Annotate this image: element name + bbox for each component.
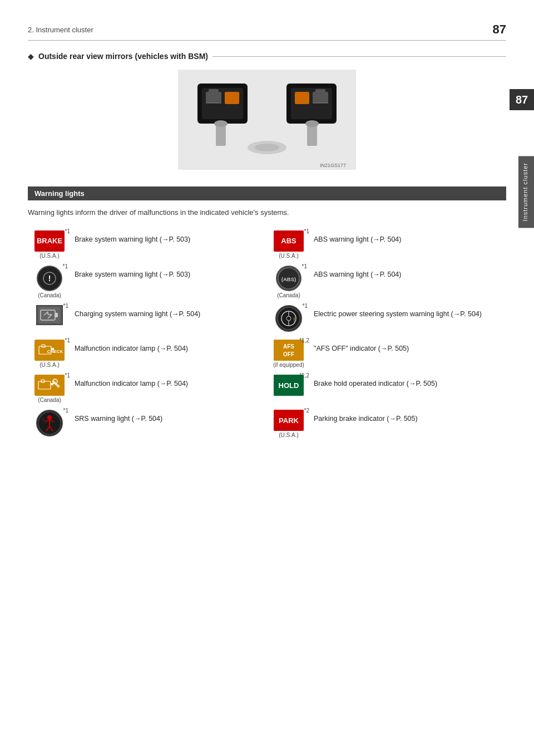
- svg-text:CHECK: CHECK: [47, 349, 63, 354]
- image-area: IN21GS177: [28, 70, 506, 170]
- svg-point-16: [305, 120, 319, 127]
- section1-heading: ◆ Outside rear view mirrors (vehicles wi…: [28, 52, 506, 61]
- brake-canada-icon: !: [37, 266, 62, 291]
- check-usa-icon: CHECK: [34, 340, 65, 361]
- brake-usa-icon-wrapper: BRAKE *1: [34, 230, 65, 252]
- hold-icon-col: HOLD *1,2: [269, 375, 308, 397]
- eps-icon: !: [275, 305, 302, 332]
- brake-canada-desc: Brake system warning light (→P. 503): [75, 266, 265, 280]
- warning-row: AFS OFF *1,2 (if equipped) "AFS OFF" ind…: [267, 336, 506, 371]
- park-icon-col: PARK *2 (U.S.A.): [269, 410, 308, 438]
- warning-row: CHECK *1 (U.S.A.) Malfunction indicator …: [28, 336, 267, 371]
- srs-icon-col: *1: [30, 410, 69, 438]
- check-canada-icon-col: *1 (Canada): [30, 375, 69, 403]
- hold-superscript: *1,2: [299, 372, 309, 379]
- check-usa-icon-col: CHECK *1 (U.S.A.): [30, 340, 69, 368]
- mirror-svg: IN21GS177: [178, 70, 356, 170]
- abs-usa-label: (U.S.A.): [279, 253, 299, 259]
- header-chapter: 2. Instrument cluster: [28, 26, 93, 34]
- abs-canada-desc: ABS warning light (→P. 504): [314, 266, 504, 280]
- brake-canada-icon-wrapper: ! *1: [37, 266, 62, 291]
- svg-point-31: [278, 307, 300, 330]
- park-icon: PARK: [274, 410, 304, 431]
- warning-lights-header: Warning lights: [28, 186, 506, 200]
- warning-row: *1 SRS warning light (→P. 504): [28, 406, 267, 441]
- abs-canada-icon: (ABS): [276, 266, 301, 291]
- check-usa-icon-wrapper: CHECK *1: [34, 340, 65, 361]
- svg-point-8: [214, 120, 228, 127]
- abs-canada-label: (Canada): [277, 292, 300, 298]
- main-content: 2. Instrument cluster 87 ◆ Outside rear …: [28, 0, 506, 441]
- hold-desc: Brake hold operated indicator (→P. 505): [314, 375, 504, 389]
- warning-row: *1 Charging system warning light (→P. 50…: [28, 302, 267, 336]
- page-number-box: 87: [510, 89, 534, 110]
- warning-intro: Warning lights inform the driver of malf…: [28, 207, 506, 218]
- svg-text:!: !: [48, 274, 51, 283]
- eps-icon-wrapper: ! *1: [275, 305, 302, 332]
- abs-canada-icon-col: (ABS) *1 (Canada): [269, 266, 308, 298]
- check-usa-desc: Malfunction indicator lamp (→P. 504): [75, 340, 265, 354]
- charging-icon-col: *1: [30, 305, 69, 326]
- park-label: (U.S.A.): [279, 432, 299, 438]
- brake-canada-superscript: *1: [63, 263, 68, 269]
- afs-off-superscript: *1,2: [299, 337, 309, 343]
- charging-icon-wrapper: *1: [36, 305, 63, 325]
- warning-row: PARK *2 (U.S.A.) Parking brake indicator…: [267, 406, 506, 441]
- eps-icon-col: ! *1: [269, 305, 308, 333]
- abs-usa-desc: ABS warning light (→P. 504): [314, 230, 504, 245]
- section1-rule: [212, 56, 506, 57]
- svg-rect-48: [51, 383, 53, 385]
- check-canada-label: (Canada): [38, 397, 61, 403]
- svg-text:PARK: PARK: [279, 416, 299, 425]
- svg-text:!: !: [293, 316, 295, 323]
- abs-canada-superscript: *1: [302, 263, 307, 269]
- check-canada-icon-wrapper: *1: [34, 375, 65, 396]
- section1-heading-text: Outside rear view mirrors (vehicles with…: [38, 52, 208, 61]
- svg-point-18: [255, 144, 279, 151]
- hold-icon-wrapper: HOLD *1,2: [274, 375, 304, 396]
- brake-usa-desc: Brake system warning light (→P. 503): [75, 230, 265, 245]
- afs-off-icon-col: AFS OFF *1,2 (if equipped): [269, 340, 308, 368]
- svg-text:IN21GS177: IN21GS177: [320, 163, 346, 168]
- warning-row: BRAKE *1 (U.S.A.) Brake system warning l…: [28, 227, 267, 262]
- park-desc: Parking brake indicator (→P. 505): [314, 410, 504, 424]
- warning-lights-title: Warning lights: [34, 189, 85, 198]
- warning-table: BRAKE *1 (U.S.A.) Brake system warning l…: [28, 227, 506, 441]
- warning-row: ! *1 Electric power steering system warn…: [267, 302, 506, 336]
- charging-superscript: *1: [63, 303, 68, 309]
- warning-row: HOLD *1,2 Brake hold operated indicator …: [267, 371, 506, 406]
- check-canada-superscript: *1: [65, 372, 70, 379]
- svg-text:HOLD: HOLD: [279, 381, 299, 390]
- mirror-illustration: IN21GS177: [178, 70, 356, 170]
- warning-row: ! *1 (Canada) Brake system warning light…: [28, 262, 267, 302]
- srs-superscript: *1: [63, 408, 68, 414]
- svg-rect-45: [36, 376, 63, 395]
- srs-icon: [36, 410, 63, 436]
- eps-desc: Electric power steering system warning l…: [314, 305, 504, 320]
- check-usa-label: (U.S.A.): [39, 362, 60, 368]
- diamond-icon: ◆: [28, 52, 34, 61]
- page-container: Instrument cluster 87 2. Instrument clus…: [0, 0, 534, 756]
- abs-usa-icon: ABS: [274, 230, 304, 252]
- svg-text:(ABS): (ABS): [281, 276, 296, 282]
- check-canada-icon: [34, 375, 65, 396]
- header-row: 2. Instrument cluster 87: [28, 22, 506, 41]
- side-tab: Instrument cluster: [518, 156, 534, 228]
- srs-icon-wrapper: *1: [36, 410, 63, 436]
- warning-row: ABS *1 (U.S.A.) ABS warning light (→P. 5…: [267, 227, 506, 262]
- header-page: 87: [493, 22, 506, 37]
- afs-off-icon-wrapper: AFS OFF *1,2: [274, 340, 304, 361]
- svg-rect-12: [315, 89, 325, 95]
- abs-usa-icon-wrapper: ABS *1: [274, 230, 304, 252]
- svg-point-53: [47, 415, 52, 420]
- warning-row: *1 (Canada) Malfunction indicator lamp (…: [28, 371, 267, 406]
- svg-rect-5: [225, 92, 239, 104]
- svg-rect-4: [209, 89, 219, 95]
- park-icon-wrapper: PARK *2: [274, 410, 304, 431]
- svg-text:AFS: AFS: [283, 343, 294, 350]
- afs-off-desc: "AFS OFF" indicator (→P. 505): [314, 340, 504, 354]
- brake-canada-icon-col: ! *1 (Canada): [30, 266, 69, 298]
- brake-canada-label: (Canada): [38, 292, 61, 298]
- svg-rect-26: [55, 313, 58, 317]
- brake-usa-icon: BRAKE: [34, 230, 65, 252]
